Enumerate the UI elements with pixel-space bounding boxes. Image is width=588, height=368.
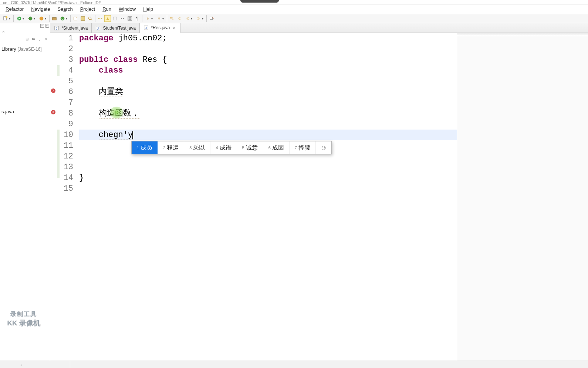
new-wizard-dropdown-icon[interactable]: ▾ xyxy=(1,15,12,22)
code-line[interactable]: 构造函数， xyxy=(79,108,457,119)
ime-candidate-text: 诚意 xyxy=(246,144,258,152)
save-icon[interactable] xyxy=(80,15,86,22)
line-number: 12 xyxy=(60,151,73,162)
tab-label: *Res.java xyxy=(151,25,170,30)
last-edit-location-icon[interactable] xyxy=(169,15,175,22)
next-annotation-dropdown-icon[interactable]: ▾ xyxy=(144,15,154,22)
tab-student[interactable]: J *Student.java xyxy=(50,23,92,33)
svg-point-10 xyxy=(89,17,91,20)
code-line[interactable]: class xyxy=(79,65,457,76)
menu-refactor[interactable]: Refactor xyxy=(2,5,27,13)
line-number: 9 xyxy=(60,119,73,130)
prev-annotation-dropdown-icon[interactable]: ▾ xyxy=(155,15,165,22)
code-line[interactable] xyxy=(79,162,457,173)
toggle-mark-occurrences-icon[interactable] xyxy=(104,15,111,22)
ime-candidate[interactable]: 2程运 xyxy=(158,141,184,154)
marker-ruler: x x xyxy=(50,33,57,361)
ime-candidate-number: 2 xyxy=(163,145,165,150)
block-selection-icon[interactable] xyxy=(112,15,118,22)
ime-candidate-popup[interactable]: 1成员2程运3乘以4成语5诚意6成因7撑腰☺ xyxy=(131,141,332,154)
maximize-view-icon[interactable]: ▢ xyxy=(45,24,49,28)
collapse-all-icon[interactable]: ⊟ xyxy=(24,36,30,41)
link-editor-icon[interactable]: ⇆ xyxy=(31,36,36,41)
view-menu-icon[interactable]: ▾ xyxy=(43,36,48,41)
java-file-icon: J xyxy=(95,26,101,31)
show-whitespace-icon[interactable] xyxy=(119,15,126,22)
close-view-icon[interactable]: ✕ xyxy=(1,30,5,34)
search-icon[interactable] xyxy=(87,15,94,22)
debug-dropdown-icon[interactable]: ▾ xyxy=(26,15,37,22)
svg-point-5 xyxy=(40,17,44,21)
ime-candidate[interactable]: 4成语 xyxy=(210,141,237,154)
tab-res[interactable]: J *Res.java ✕ xyxy=(140,23,180,33)
ime-candidate-text: 成员 xyxy=(141,144,152,152)
file-node[interactable]: s.java xyxy=(1,108,49,115)
line-number: 14 xyxy=(60,173,73,183)
forward-history-dropdown-icon[interactable]: ▾ xyxy=(195,15,205,22)
line-number: 4 xyxy=(60,65,73,76)
code-content[interactable]: package jh05.cn02; public class Res { cl… xyxy=(75,33,457,361)
toolbar-separator xyxy=(49,15,50,22)
line-number: 13 xyxy=(60,162,73,173)
open-type-icon[interactable] xyxy=(72,15,79,22)
code-line[interactable] xyxy=(79,119,457,130)
tab-studenttest[interactable]: J StudentTest.java xyxy=(92,23,140,33)
minimize-view-icon[interactable]: ▭ xyxy=(40,24,44,28)
ime-candidate[interactable]: 3乘以 xyxy=(184,141,210,154)
code-line[interactable] xyxy=(79,97,457,108)
outline-icon[interactable] xyxy=(126,15,133,22)
editor-tab-bar: J *Student.java J StudentTest.java J *Re… xyxy=(50,23,588,33)
scroll-left-icon[interactable]: ‹ xyxy=(20,362,22,367)
error-marker-icon[interactable]: x xyxy=(51,88,55,93)
line-number: 15 xyxy=(60,183,73,194)
ime-candidate[interactable]: 1成员 xyxy=(132,141,158,154)
code-line[interactable] xyxy=(79,44,457,54)
line-number: 7 xyxy=(60,97,73,108)
pin-icon[interactable] xyxy=(208,15,215,22)
menu-window[interactable]: Window xyxy=(115,5,139,13)
svg-point-16 xyxy=(123,18,124,19)
code-line[interactable]: chegn'y xyxy=(79,130,457,140)
code-line[interactable]: } xyxy=(79,173,457,183)
code-line[interactable] xyxy=(79,183,457,194)
file-label: s.java xyxy=(1,109,14,114)
line-number: 2 xyxy=(60,44,73,54)
menu-help[interactable]: Help xyxy=(140,5,156,13)
menu-run[interactable]: Run xyxy=(99,5,115,13)
new-class-dropdown-icon[interactable]: C▾ xyxy=(58,15,69,22)
ime-candidate[interactable]: 6成因 xyxy=(263,141,290,154)
workspace: ▭ ▢ ✕ ⊟ ⇆ ⋮ ▾ Library [JavaSE-16] s.java… xyxy=(0,23,588,361)
toggle-breadcrumb-icon[interactable] xyxy=(97,15,104,22)
menu-navigate[interactable]: Navigate xyxy=(28,5,53,13)
menu-search[interactable]: Search xyxy=(54,5,76,13)
run-dropdown-icon[interactable]: ▾ xyxy=(15,15,26,22)
code-line[interactable]: package jh05.cn02; xyxy=(79,33,457,44)
ime-candidate-text: 撑腰 xyxy=(298,144,310,152)
ime-candidate[interactable]: 5诚意 xyxy=(237,141,263,154)
code-line[interactable]: 内置类 xyxy=(79,87,457,97)
svg-line-11 xyxy=(91,19,92,21)
main-toolbar: ▾ ▾ ▾ ▾ C▾ ¶ ▾ ▾ ▾ ▾ xyxy=(0,14,588,23)
coverage-dropdown-icon[interactable]: ▾ xyxy=(37,15,48,22)
close-tab-icon[interactable]: ✕ xyxy=(172,26,176,30)
back-history-icon[interactable] xyxy=(176,15,183,22)
code-line[interactable]: public class Res { xyxy=(79,54,457,65)
java-file-icon: J xyxy=(54,26,59,31)
pin-editor-icon[interactable]: ¶ xyxy=(134,15,141,22)
ime-candidate-text: 成因 xyxy=(272,144,284,152)
error-marker-icon[interactable]: x xyxy=(51,110,55,114)
code-editor[interactable]: x x 123456789101112131415 package jh05.c… xyxy=(50,33,588,361)
back-history-dropdown-icon[interactable]: ▾ xyxy=(183,15,194,22)
code-line[interactable] xyxy=(79,76,457,87)
java-file-icon: J xyxy=(143,25,149,30)
ime-candidate[interactable]: 7撑腰 xyxy=(290,141,316,154)
svg-rect-6 xyxy=(53,17,57,20)
menu-project[interactable]: Project xyxy=(77,5,98,13)
new-package-icon[interactable] xyxy=(51,15,58,22)
filter-icon[interactable]: ⋮ xyxy=(37,36,42,41)
toolbar-separator xyxy=(142,15,142,22)
ime-emoji-icon[interactable]: ☺ xyxy=(316,141,331,154)
library-version: [JavaSE-16] xyxy=(17,47,41,52)
library-node[interactable]: Library [JavaSE-16] xyxy=(1,46,49,53)
ime-candidate-text: 成语 xyxy=(220,144,232,152)
